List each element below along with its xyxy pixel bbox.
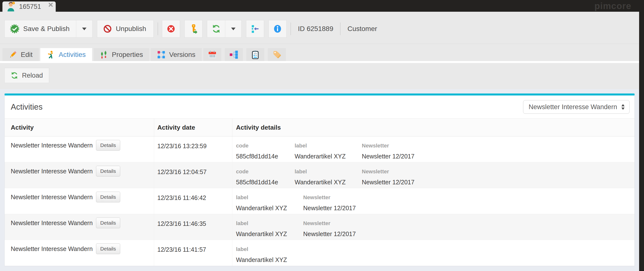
- activity-cell: Newsletter Interesse Wandern Details: [5, 240, 154, 266]
- hierarchy-icon: [230, 50, 238, 59]
- detail-field-value: 585cf8d1dd14e: [236, 179, 287, 186]
- detail-field-label: Newsletter: [362, 143, 422, 149]
- object-id-label: ID 6251889: [295, 25, 336, 33]
- rename-key-button[interactable]: [184, 20, 202, 38]
- pencil-icon: [9, 50, 17, 59]
- activity-cell: Newsletter Interesse Wandern Details: [5, 162, 154, 188]
- activity-filter-select[interactable]: Newsletter Interesse Wandern: [523, 100, 630, 114]
- reload-button-label: Reload: [22, 72, 43, 79]
- detail-field: labelWanderartikel XYZ: [295, 143, 362, 162]
- tab-dependencies[interactable]: [225, 48, 243, 61]
- save-publish-button[interactable]: Save & Publish: [4, 20, 76, 38]
- reload-button[interactable]: Reload: [4, 68, 49, 83]
- activity-details-cell: labelWanderartikel XYZ: [232, 240, 634, 266]
- info-button[interactable]: [268, 20, 286, 38]
- detail-field: NewsletterNewsletter 12/2017: [362, 143, 429, 162]
- detail-field-label: label: [236, 246, 296, 253]
- chevron-down-icon: [231, 27, 236, 31]
- close-icon[interactable]: [48, 2, 53, 7]
- save-options-dropdown-button[interactable]: [76, 20, 92, 38]
- activities-table-body: Newsletter Interesse Wandern Details 12/…: [5, 136, 634, 266]
- activity-cell: Newsletter Interesse Wandern Details: [5, 136, 154, 162]
- tab-edit-label: Edit: [21, 51, 32, 59]
- detail-field-label: label: [236, 220, 296, 227]
- top-bar: 165751 pimcore: [0, 0, 644, 12]
- detail-field-label: label: [236, 194, 296, 201]
- info-circle-icon: [273, 24, 282, 33]
- tab-schedule[interactable]: [203, 48, 221, 61]
- column-header-activity-details[interactable]: Activity details: [232, 119, 634, 136]
- badge-check-icon: [10, 24, 19, 33]
- detail-field-value: Newsletter 12/2017: [362, 179, 422, 186]
- runner-icon: [47, 50, 55, 59]
- tab-properties-label: Properties: [112, 51, 143, 59]
- detail-field: labelWanderartikel XYZ: [236, 246, 303, 266]
- activity-details-cell: code585cf8d1dd14elabelWanderartikel XYZN…: [232, 136, 634, 162]
- activity-filter-value: Newsletter Interesse Wandern: [529, 103, 617, 111]
- select-updown-icon: [621, 104, 625, 110]
- details-button[interactable]: Details: [96, 192, 120, 202]
- detail-field-value: Wanderartikel XYZ: [236, 231, 296, 238]
- prohibit-icon: [103, 24, 112, 33]
- pimcore-app: 165751 pimcore Save & Publish: [0, 0, 639, 271]
- details-button[interactable]: Details: [96, 218, 120, 228]
- candlestick-icon: [100, 50, 108, 59]
- column-header-activity-date[interactable]: Activity date: [154, 119, 232, 136]
- activity-cell: Newsletter Interesse Wandern Details: [5, 214, 154, 240]
- panel-title: Activities: [11, 102, 42, 112]
- activities-panel-header: Activities Newsletter Interesse Wandern: [5, 95, 634, 118]
- column-header-activity[interactable]: Activity: [5, 119, 154, 136]
- chevron-down-icon: [82, 27, 87, 31]
- detail-field-label: code: [236, 143, 287, 149]
- customer-user-icon: [6, 1, 16, 12]
- reload-split-button: [207, 20, 242, 38]
- tab-activities[interactable]: Activities: [40, 48, 92, 61]
- object-window-tab[interactable]: 165751: [2, 1, 56, 12]
- activity-cell: Newsletter Interesse Wandern Details: [5, 188, 154, 214]
- table-row[interactable]: Newsletter Interesse Wandern Details 12/…: [5, 240, 634, 266]
- detail-field: NewsletterNewsletter 12/2017: [362, 168, 429, 188]
- unpublish-button[interactable]: Unpublish: [97, 20, 154, 38]
- table-row[interactable]: Newsletter Interesse Wandern Details 12/…: [5, 136, 634, 162]
- table-row[interactable]: Newsletter Interesse Wandern Details 12/…: [5, 162, 634, 188]
- table-row[interactable]: Newsletter Interesse Wandern Details 12/…: [5, 214, 634, 240]
- activity-name: Newsletter Interesse Wandern: [11, 194, 92, 201]
- detail-field-value: Wanderartikel XYZ: [236, 205, 296, 212]
- tab-versions[interactable]: Versions: [151, 48, 202, 61]
- activity-date-cell: 12/23/16 11:46:35: [154, 214, 232, 240]
- delete-button[interactable]: [162, 20, 180, 38]
- activity-date: 12/23/16 12:04:57: [157, 168, 207, 175]
- refresh-icon: [10, 71, 18, 79]
- detail-field-value: Wanderartikel XYZ: [295, 153, 354, 160]
- tab-edit[interactable]: Edit: [2, 48, 39, 61]
- details-button[interactable]: Details: [96, 140, 120, 151]
- detail-field-value: Newsletter 12/2017: [362, 153, 422, 160]
- locate-in-tree-button[interactable]: [246, 20, 264, 38]
- calendar-icon: [208, 50, 217, 59]
- tab-strip-divider: [0, 61, 639, 63]
- save-publish-label: Save & Publish: [23, 25, 70, 33]
- locate-in-tree-icon: [251, 24, 260, 33]
- detail-field: labelWanderartikel XYZ: [295, 168, 362, 188]
- detail-field: labelWanderartikel XYZ: [236, 220, 303, 240]
- toolbar-reload-button[interactable]: [207, 20, 225, 38]
- object-toolbar: Save & Publish Unpublish: [0, 12, 639, 44]
- activity-name: Newsletter Interesse Wandern: [11, 168, 92, 175]
- tab-activities-label: Activities: [59, 51, 86, 59]
- activities-table-header: Activity Activity date Activity details: [5, 118, 634, 136]
- details-button[interactable]: Details: [96, 166, 120, 177]
- details-button[interactable]: Details: [96, 244, 120, 254]
- activity-date: 12/23/16 11:46:35: [157, 220, 206, 227]
- object-tab-strip: Edit Activities: [0, 44, 639, 61]
- tab-notes-events[interactable]: [246, 48, 264, 61]
- activity-date-cell: 12/23/16 12:04:57: [154, 162, 232, 188]
- versions-icon: [157, 50, 166, 59]
- detail-field-label: Newsletter: [362, 168, 422, 175]
- detail-field-value: Wanderartikel XYZ: [295, 179, 354, 186]
- tab-properties[interactable]: Properties: [94, 48, 150, 61]
- delete-circle-icon: [166, 24, 176, 33]
- content-area: Activities Newsletter Interesse Wandern …: [0, 89, 639, 271]
- reload-options-dropdown-button[interactable]: [225, 20, 242, 38]
- table-row[interactable]: Newsletter Interesse Wandern Details 12/…: [5, 188, 634, 214]
- tab-tags[interactable]: [268, 48, 286, 61]
